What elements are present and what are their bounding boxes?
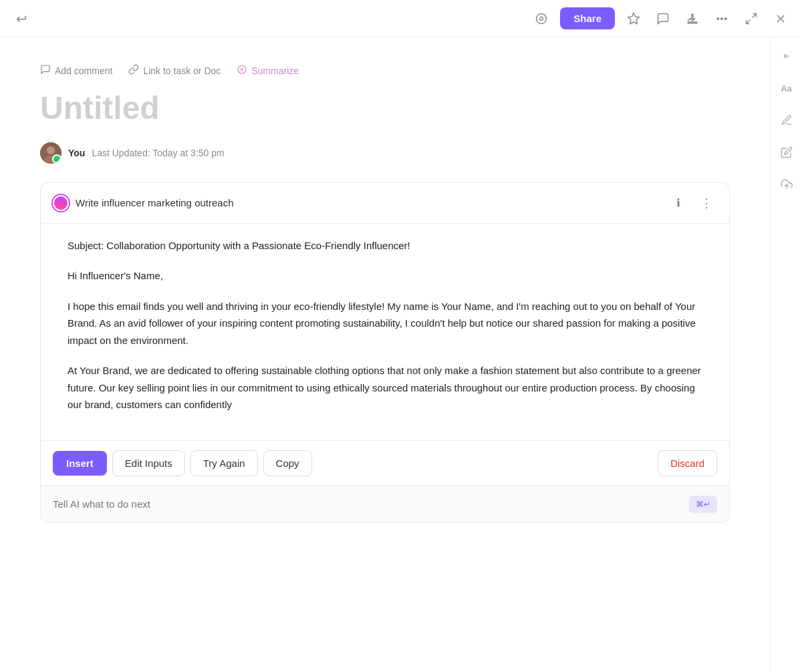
link-task-btn[interactable]: Link to task or Doc — [128, 64, 221, 77]
ai-card-header: Write influencer marketing outreach ℹ ⋮ — [41, 183, 729, 224]
ai-input-row: ⌘↵ — [41, 486, 729, 522]
main-container: Add comment Link to task or Doc — [0, 37, 802, 672]
ai-paragraph2: At Your Brand, we are dedicated to offer… — [68, 362, 702, 413]
summarize-label: Summarize — [251, 65, 299, 76]
avatar — [40, 142, 61, 164]
page-title[interactable]: Untitled — [40, 91, 730, 126]
summarize-btn[interactable]: Summarize — [237, 64, 299, 77]
ai-content: Subject: Collaboration Opportunity with … — [41, 224, 729, 440]
ai-followup-input[interactable] — [53, 498, 689, 510]
link-task-label: Link to task or Doc — [143, 65, 221, 76]
svg-point-1 — [540, 17, 543, 20]
ai-card: Write influencer marketing outreach ℹ ⋮ … — [40, 182, 730, 523]
try-again-button[interactable]: Try Again — [190, 450, 258, 476]
topbar-right: Share — [531, 7, 791, 29]
more-button[interactable] — [711, 8, 732, 29]
edit-inputs-button[interactable]: Edit Inputs — [112, 450, 185, 476]
info-button[interactable]: ℹ — [668, 192, 689, 214]
ai-subject: Subject: Collaboration Opportunity with … — [68, 237, 702, 255]
action-buttons: Insert Edit Inputs Try Again Copy Discar… — [41, 440, 729, 486]
ai-prompt-title: Write influencer marketing outreach — [76, 197, 234, 208]
add-comment-btn[interactable]: Add comment — [40, 64, 112, 77]
svg-point-11 — [241, 67, 244, 71]
close-button[interactable] — [770, 8, 791, 29]
link-icon — [128, 64, 139, 77]
copy-button[interactable]: Copy — [263, 450, 312, 476]
add-comment-label: Add comment — [55, 65, 112, 76]
svg-point-4 — [721, 17, 723, 19]
undo-button[interactable]: ↩ — [11, 8, 32, 29]
author-name: You — [68, 148, 85, 158]
sidebar-text-icon[interactable]: Aa — [776, 77, 797, 99]
ai-logo-icon — [53, 195, 69, 211]
ai-paragraph1: I hope this email finds you well and thr… — [68, 298, 702, 349]
ai-card-header-left: Write influencer marketing outreach — [53, 195, 234, 211]
send-shortcut: ⌘↵ — [696, 500, 710, 509]
right-sidebar: Aa — [770, 37, 802, 672]
svg-marker-2 — [628, 13, 640, 23]
comment-icon — [40, 64, 51, 77]
sidebar-expand-icon[interactable] — [776, 45, 797, 67]
insert-button[interactable]: Insert — [53, 451, 107, 476]
svg-point-13 — [47, 146, 55, 154]
svg-point-3 — [717, 17, 719, 19]
sidebar-upload-icon[interactable] — [776, 174, 797, 195]
sidebar-edit2-icon[interactable] — [776, 142, 797, 163]
svg-point-0 — [537, 13, 547, 23]
discard-button[interactable]: Discard — [658, 450, 717, 476]
card-more-button[interactable]: ⋮ — [696, 192, 717, 214]
svg-line-7 — [747, 19, 751, 23]
ai-send-button[interactable]: ⌘↵ — [689, 496, 717, 513]
topbar: ↩ Share — [0, 0, 802, 37]
share-button[interactable]: Share — [560, 7, 615, 29]
star-button[interactable] — [623, 8, 644, 29]
download-button[interactable] — [682, 8, 703, 29]
svg-line-6 — [753, 13, 757, 17]
ai-card-header-right: ℹ ⋮ — [668, 192, 717, 214]
sidebar-edit-icon[interactable] — [776, 110, 797, 131]
ai-greeting: Hi Influencer's Name, — [68, 267, 702, 285]
last-updated: Last Updated: Today at 3:50 pm — [92, 148, 224, 158]
content-area: Add comment Link to task or Doc — [0, 37, 770, 672]
author-row: You Last Updated: Today at 3:50 pm — [40, 142, 730, 164]
comment-button[interactable] — [652, 8, 674, 29]
topbar-left: ↩ — [11, 8, 32, 29]
expand-button[interactable] — [741, 8, 762, 29]
svg-point-5 — [725, 17, 727, 19]
summarize-icon — [237, 64, 247, 77]
toolbar-row: Add comment Link to task or Doc — [40, 64, 730, 77]
tag-button[interactable] — [531, 8, 552, 29]
